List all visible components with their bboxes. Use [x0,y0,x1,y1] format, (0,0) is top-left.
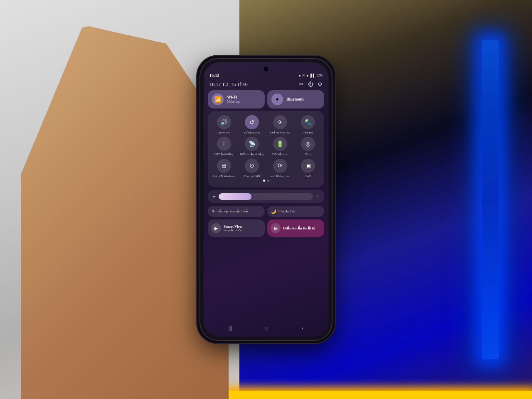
control-panel: 16:12 T.3, 15 Th10 ✏ ⏻ ⚙ 📶 Wi-Fi Maketin… [204,79,328,321]
phone-wrapper: 16:12 ʙ N ▲ ▌▌ 52% 16:12 T.3, 15 Th10 ✏ … [200,58,332,341]
page-dots [211,180,321,182]
tile-share[interactable]: ⟳ hanh Không có ai [267,159,293,178]
bluetooth-toggle-info: Bluetooth [286,97,304,102]
settings-icon[interactable]: ⚙ [318,81,323,88]
brightness-more-icon[interactable]: ⋮ [315,194,320,200]
bg-neon-accent [482,40,499,359]
eye-comfort-icon: ☀ [211,209,215,214]
location-label: Vị trí [305,153,311,156]
sound-label: Âm thanh [218,131,230,134]
autorotate-label: Tự động xoay [244,131,260,134]
battery-saver-label: Tiết kiệm pin [272,153,288,156]
screen-recorder-label: Trình ghi MH [244,175,260,178]
dot-2 [267,180,269,182]
tile-airplane[interactable]: ✈ Chế độ Máy bay [267,115,293,134]
tile-location[interactable]: ◎ Vị trí [296,137,321,156]
tile-battery-saver[interactable]: 🔋 Tiết kiệm pin [267,137,293,156]
display-row: ☀ Bảo vệ cho mắt thoải 🌙 Chế độ Tối [208,206,324,217]
wifi-status-icon: ▲ [306,74,309,77]
screen-recorder-icon: ⊙ [245,159,259,173]
data-label: Dữ liệu di động [214,153,234,156]
smart-view-info: Smart View inh phần chiếu [224,224,242,232]
wifi-toggle-info: Wi-Fi Maketing [227,95,240,104]
device-control-icon: ⊞ [271,223,281,233]
autorotate-icon: ↺ [245,115,259,129]
brightness-section: ☀ ⋮ [208,190,324,203]
smart-view-icon: ▶ [211,223,221,233]
brightness-fill [219,193,251,200]
smart-view-sub: inh phần chiếu [224,229,242,232]
battery-saver-icon: 🔋 [273,137,287,151]
device-control-label: Điều khiển thiết bị [283,226,315,230]
panel-header: 16:12 T.3, 15 Th10 ✏ ⏻ ⚙ [208,81,324,88]
status-time: 16:12 [209,73,219,78]
edit-icon[interactable]: ✏ [299,81,304,88]
quick-tiles-section: 🔊 Âm thanh ↺ Tự động xoay ✈ Chế độ Máy b… [208,111,324,187]
data-icon: ↕ [217,137,231,151]
airplane-icon: ✈ [273,115,287,129]
wifi-subtitle: Maketing [227,100,240,104]
tile-data[interactable]: ↕ Dữ liệu di động [211,137,237,156]
dex-icon: ▣ [301,159,315,173]
hotspot-label: Điểm tr.cập di động [240,153,264,156]
sound-icon: 🔊 [217,115,231,129]
hotspot-icon: 📡 [245,137,259,151]
link-windows-label: Liên kết Windows [213,175,235,178]
signal-icon: ▌▌ [310,74,315,77]
status-icons: ʙ N ▲ ▌▌ 52% [299,74,323,77]
wifi-toggle[interactable]: 📶 Wi-Fi Maketing [208,90,265,108]
tile-screen-recorder[interactable]: ⊙ Trình ghi MH [239,159,265,178]
device-control-info: Điều khiển thiết bị [283,226,315,230]
tile-autorotate[interactable]: ↺ Tự động xoay [239,115,265,134]
smart-view-btn[interactable]: ▶ Smart View inh phần chiếu [208,219,265,237]
wifi-label: Wi-Fi [227,95,240,100]
dark-mode-btn[interactable]: 🌙 Chế độ Tối [267,206,324,217]
bottom-actions: ▶ Smart View inh phần chiếu ⊞ Điều khiển… [208,219,324,237]
bluetooth-toggle[interactable]: ✦ Bluetooth [267,90,324,108]
phone-screen: 16:12 ʙ N ▲ ▌▌ 52% 16:12 T.3, 15 Th10 ✏ … [204,62,328,337]
location-icon: ◎ [301,137,315,151]
brightness-icon: ☀ [212,194,216,200]
back-button[interactable]: ‹ [302,325,304,332]
share-label: hanh Không có ai [270,175,291,178]
brightness-row: ☀ ⋮ [212,193,320,200]
dark-mode-icon: 🌙 [271,209,276,214]
status-bar: 16:12 ʙ N ▲ ▌▌ 52% [204,71,328,79]
home-button[interactable]: ○ [265,325,268,332]
dark-mode-label: Chế độ Tối [278,209,295,213]
wifi-toggle-icon: 📶 [212,94,224,105]
phone-device: 16:12 ʙ N ▲ ▌▌ 52% 16:12 T.3, 15 Th10 ✏ … [200,58,332,341]
quick-tiles-grid: 🔊 Âm thanh ↺ Tự động xoay ✈ Chế độ Máy b… [211,115,321,178]
bluetooth-label: Bluetooth [286,97,304,102]
share-icon: ⟳ [273,159,287,173]
tile-sound[interactable]: 🔊 Âm thanh [211,115,237,134]
eye-comfort-btn[interactable]: ☀ Bảo vệ cho mắt thoải [208,206,265,217]
recents-button[interactable]: ||| [228,325,232,332]
flashlight-label: Đèn pin [303,131,313,134]
dot-1 [263,180,265,182]
bluetooth-toggle-icon: ✦ [271,94,283,105]
panel-datetime: 16:12 T.3, 15 Th10 [209,81,248,88]
nfc-status-icon: N [302,74,305,77]
eye-comfort-label: Bảo vệ cho mắt thoải [217,209,248,213]
power-icon[interactable]: ⏻ [308,81,313,88]
tile-hotspot[interactable]: 📡 Điểm tr.cập di động [239,137,265,156]
quick-toggle-row: 📶 Wi-Fi Maketing ✦ Bluetooth [208,90,324,108]
panel-actions: ✏ ⏻ ⚙ [299,81,323,88]
brightness-track[interactable] [219,193,313,200]
bluetooth-status-icon: ʙ [299,74,301,77]
smart-view-label: Smart View [224,224,242,229]
camera-hole [264,66,268,71]
tile-link-windows[interactable]: ⊞ Liên kết Windows [211,159,237,178]
dex-label: DeX [305,175,311,178]
link-windows-icon: ⊞ [217,159,231,173]
device-control-btn[interactable]: ⊞ Điều khiển thiết bị [267,219,324,237]
battery-status: 52% [316,74,323,77]
flashlight-icon: 🔦 [301,115,315,129]
nav-bar: ||| ○ ‹ [204,321,328,337]
tile-dex[interactable]: ▣ DeX [296,159,321,178]
airplane-label: Chế độ Máy bay [270,131,290,134]
tile-flashlight[interactable]: 🔦 Đèn pin [296,115,321,134]
